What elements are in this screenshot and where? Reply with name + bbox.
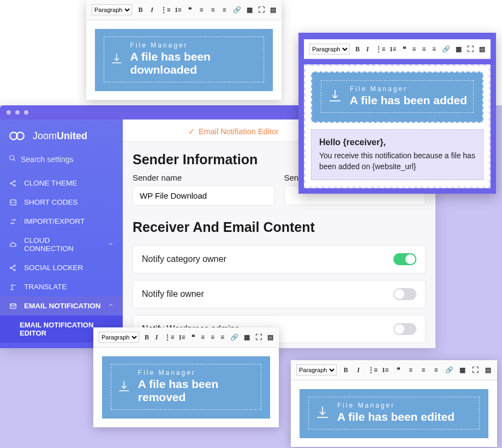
check-icon: ✓ bbox=[188, 127, 195, 136]
sidebar-item-label: TRANSLATE bbox=[24, 283, 67, 291]
bullet-list-icon[interactable]: ⋮≡ bbox=[375, 45, 384, 53]
svg-point-5 bbox=[14, 180, 15, 181]
bold-icon[interactable]: B bbox=[342, 366, 349, 374]
align-right-icon[interactable]: ≡ bbox=[433, 366, 440, 374]
bullet-list-icon[interactable]: ⋮≡ bbox=[368, 366, 376, 374]
file-manager-label: File Manager bbox=[337, 402, 455, 409]
sidebar-item-label: SHORT CODES bbox=[24, 198, 78, 206]
sidebar-search[interactable]: Search settings bbox=[0, 150, 123, 170]
link-icon[interactable]: 🔗 bbox=[230, 333, 238, 342]
align-left-icon[interactable]: ≡ bbox=[201, 333, 205, 342]
tab-email-editor[interactable]: ✓ Email Notifiation Editor bbox=[188, 127, 279, 136]
number-list-icon[interactable]: 1≡ bbox=[382, 366, 389, 374]
link-icon[interactable]: 🔗 bbox=[442, 45, 450, 53]
sidebar-item-email-notification[interactable]: EMAIL NOTIFICATION bbox=[0, 296, 123, 315]
preview-hello: Hello {receiver}, bbox=[319, 138, 386, 147]
toolbar-more-icon[interactable]: ▤ bbox=[267, 333, 273, 342]
sidebar-item-translate[interactable]: TRANSLATE bbox=[0, 277, 123, 296]
image-icon[interactable]: ▦ bbox=[247, 6, 253, 14]
toolbar-more-icon[interactable]: ▤ bbox=[479, 45, 485, 53]
image-icon[interactable]: ▦ bbox=[459, 366, 466, 374]
sidebar-item-short-codes[interactable]: SHORT CODES bbox=[0, 193, 123, 212]
link-icon[interactable]: 🔗 bbox=[445, 366, 453, 374]
window-dot bbox=[24, 110, 28, 115]
link-icon[interactable]: 🔗 bbox=[233, 6, 241, 14]
editor-edited: ParagraphBI⋮≡1≡❝≡≡≡🔗▦⛶▤ File Manager A f… bbox=[291, 360, 497, 447]
italic-icon[interactable]: I bbox=[154, 333, 159, 342]
toolbar-more-icon[interactable]: ▤ bbox=[270, 6, 276, 14]
sidebar-item-cloud-connection[interactable]: CLOUD CONNECTION bbox=[0, 231, 123, 258]
italic-icon[interactable]: I bbox=[355, 366, 362, 374]
email-card: File Manager A file has been edited bbox=[298, 388, 489, 439]
align-right-icon[interactable]: ≡ bbox=[222, 6, 228, 14]
align-center-icon[interactable]: ≡ bbox=[211, 333, 215, 342]
toggle-notify-wp-admins[interactable] bbox=[393, 323, 416, 335]
align-left-icon[interactable]: ≡ bbox=[407, 366, 414, 374]
format-select[interactable]: Paragraph bbox=[296, 365, 337, 375]
option-notify-cat-owner: Notify category owner bbox=[133, 245, 426, 273]
italic-icon[interactable]: I bbox=[149, 6, 155, 14]
fullscreen-icon[interactable]: ⛶ bbox=[255, 333, 262, 342]
number-list-icon[interactable]: 1≡ bbox=[175, 6, 182, 14]
quote-icon[interactable]: ❝ bbox=[402, 45, 407, 53]
bullet-list-icon[interactable]: ⋮≡ bbox=[164, 333, 173, 342]
brand: JoomUnited bbox=[0, 120, 123, 150]
fullscreen-icon[interactable]: ⛶ bbox=[258, 6, 265, 14]
toggle-notify-file-owner[interactable] bbox=[393, 288, 416, 300]
sidebar-item-label: CLONE THEME bbox=[24, 179, 77, 187]
sidebar-item-social-locker[interactable]: SOCIAL LOCKER bbox=[0, 258, 123, 277]
bold-icon[interactable]: B bbox=[138, 6, 144, 14]
email-headline: A file has been edited bbox=[337, 410, 455, 423]
option-label: Notify file owner bbox=[142, 289, 204, 299]
option-notify-file-owner: Notify file owner bbox=[133, 280, 426, 308]
toggle-notify-cat-owner[interactable] bbox=[393, 253, 416, 265]
align-center-icon[interactable]: ≡ bbox=[420, 366, 427, 374]
file-manager-label: File Manager bbox=[350, 85, 467, 93]
sidebar: JoomUnited Search settings CLONE THEMESH… bbox=[0, 120, 123, 348]
quote-icon[interactable]: ❝ bbox=[187, 6, 193, 14]
sidebar-item-import-export[interactable]: IMPORT/EXPORT bbox=[0, 212, 123, 231]
fullscreen-icon[interactable]: ⛶ bbox=[467, 45, 474, 53]
email-headline: A file has been downloaded bbox=[130, 50, 258, 76]
quote-icon[interactable]: ❝ bbox=[191, 333, 195, 342]
file-manager-label: File Manager bbox=[138, 369, 255, 377]
sidebar-item-clone-theme[interactable]: CLONE THEME bbox=[0, 174, 123, 193]
bullet-list-icon[interactable]: ⋮≡ bbox=[160, 6, 169, 14]
align-left-icon[interactable]: ≡ bbox=[199, 6, 205, 14]
bold-icon[interactable]: B bbox=[355, 45, 360, 53]
bold-icon[interactable]: B bbox=[145, 333, 149, 342]
share-icon bbox=[9, 180, 17, 187]
format-select[interactable]: Paragraph bbox=[309, 44, 350, 55]
toolbar-more-icon[interactable]: ▤ bbox=[485, 366, 492, 374]
quote-icon[interactable]: ❝ bbox=[395, 366, 402, 374]
image-icon[interactable]: ▦ bbox=[244, 333, 250, 342]
editor-toolbar: ParagraphBI⋮≡1≡❝≡≡≡🔗▦⛶▤ bbox=[304, 39, 491, 59]
sidebar-item-label: SOCIAL LOCKER bbox=[24, 264, 83, 272]
format-select[interactable]: Paragraph bbox=[99, 332, 139, 343]
email-headline: A file has been removed bbox=[138, 378, 255, 404]
chevron-up-icon bbox=[107, 302, 114, 310]
sender-name-input[interactable] bbox=[133, 186, 274, 205]
brand-name-b: United bbox=[57, 130, 87, 141]
swap-icon bbox=[9, 218, 17, 225]
svg-point-4 bbox=[10, 182, 11, 183]
editor-toolbar: ParagraphBI⋮≡1≡❝≡≡≡🔗▦⛶▤ bbox=[86, 0, 282, 20]
align-center-icon[interactable]: ≡ bbox=[422, 45, 426, 53]
number-list-icon[interactable]: 1≡ bbox=[178, 333, 186, 342]
italic-icon[interactable]: I bbox=[365, 45, 369, 53]
format-select[interactable]: Paragraph bbox=[92, 4, 132, 15]
number-list-icon[interactable]: 1≡ bbox=[390, 45, 397, 53]
align-center-icon[interactable]: ≡ bbox=[210, 6, 216, 14]
align-right-icon[interactable]: ≡ bbox=[220, 333, 225, 342]
tab-label: Email Notifiation Editor bbox=[199, 127, 279, 136]
brand-name-a: Joom bbox=[33, 130, 57, 141]
download-icon bbox=[110, 51, 124, 67]
fullscreen-icon[interactable]: ⛶ bbox=[471, 366, 479, 374]
cloud-icon bbox=[9, 241, 17, 248]
image-icon[interactable]: ▦ bbox=[456, 45, 462, 53]
text-icon bbox=[9, 283, 17, 291]
align-right-icon[interactable]: ≡ bbox=[432, 45, 437, 53]
align-left-icon[interactable]: ≡ bbox=[412, 45, 416, 53]
svg-point-8 bbox=[10, 267, 11, 268]
download-icon bbox=[314, 404, 331, 421]
